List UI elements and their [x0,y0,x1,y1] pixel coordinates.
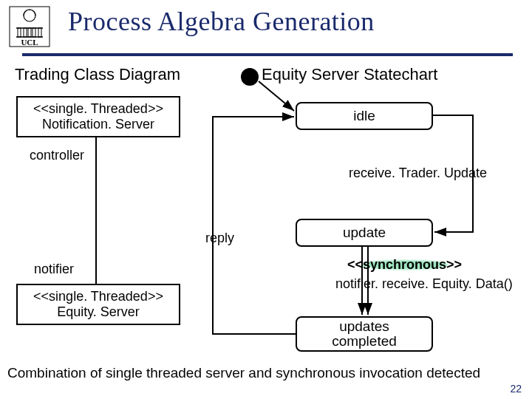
class-name: Equity. Server [57,304,140,320]
svg-rect-3 [18,28,21,37]
logo-text: UCL [21,38,38,47]
class-equity-server: <<single. Threaded>> Equity. Server [16,284,180,325]
class-name: Notification. Server [42,117,154,132]
svg-rect-4 [24,28,27,37]
svg-rect-7 [38,28,41,37]
stereotype-single-threaded: single. Threaded [49,289,148,304]
footer-text: Combination of single threaded server an… [0,365,532,381]
svg-line-10 [259,81,294,111]
initial-state-dot [241,68,259,86]
assoc-controller-label: controller [30,148,84,163]
transition-receive-trader-update-label: receive. Trader. Update [349,166,487,181]
stereotype-synchronous: <<synchronous>> [347,257,462,273]
svg-rect-5 [28,28,31,37]
class-notification-server: <<single. Threaded>> Notification. Serve… [16,96,180,137]
ucl-logo: UCL [9,6,50,47]
state-idle: idle [296,102,433,130]
state-updates-completed: updates completed [296,316,433,352]
svg-rect-6 [33,28,35,37]
stereotype-single-threaded: single. Threaded [49,101,148,117]
left-diagram-title: Trading Class Diagram [15,65,180,84]
page-number: 22 [510,383,522,395]
assoc-notifier-label: notifier [34,262,74,277]
transition-reply-label: reply [205,231,234,246]
diagram-arrows [0,0,532,399]
slide-title: Process Algebra Generation [68,6,375,37]
sync-call-label: notifier. receive. Equity. Data() [335,276,513,292]
state-update: update [296,219,433,247]
right-diagram-title: Equity Server Statechart [262,65,437,84]
title-rule [22,53,513,56]
